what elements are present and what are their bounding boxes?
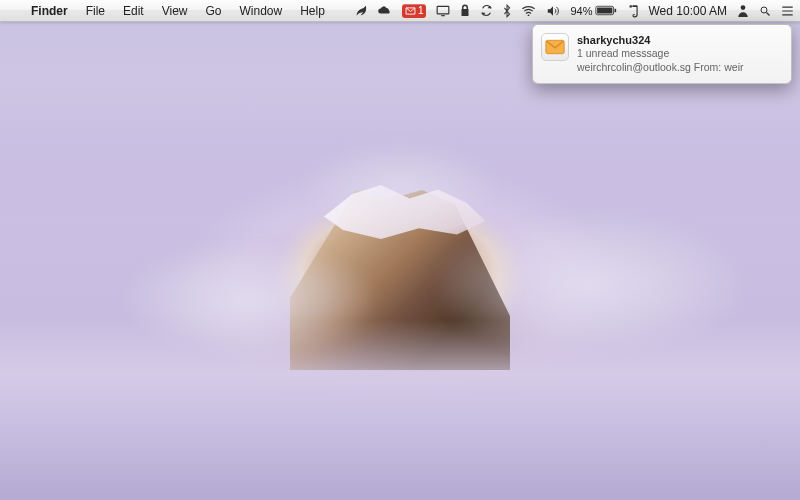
menu-edit[interactable]: Edit <box>114 0 153 22</box>
battery-percent: 94% <box>570 0 592 22</box>
lock-icon[interactable] <box>460 4 470 17</box>
notification-center-icon[interactable] <box>781 5 794 17</box>
menu-go[interactable]: Go <box>197 0 231 22</box>
svg-point-5 <box>741 5 746 10</box>
svg-rect-4 <box>597 8 612 14</box>
display-icon[interactable] <box>436 5 450 17</box>
wifi-icon[interactable] <box>521 5 536 16</box>
svg-point-1 <box>528 14 530 16</box>
notification-subtitle: 1 unread messsage <box>577 47 781 61</box>
battery-status[interactable]: 94% <box>570 0 616 22</box>
notification-banner[interactable]: sharkychu324 1 unread messsage weirchrco… <box>532 24 792 84</box>
bluetooth-icon[interactable] <box>503 4 511 18</box>
menu-file[interactable]: File <box>77 0 114 22</box>
sync-icon[interactable] <box>480 4 493 17</box>
user-icon[interactable] <box>737 4 749 17</box>
cloud-icon[interactable] <box>377 5 392 17</box>
notification-body: sharkychu324 1 unread messsage weirchrco… <box>577 33 781 75</box>
clock[interactable]: Wed 10:00 AM <box>649 0 728 22</box>
mail-count: 1 <box>418 0 424 22</box>
spotlight-icon[interactable] <box>759 5 771 17</box>
notification-app-icon <box>541 33 569 61</box>
menu-window[interactable]: Window <box>231 0 292 22</box>
menu-bar-right: 1 94% Wed 10:00 AM <box>354 0 800 22</box>
leaf-icon[interactable] <box>354 4 367 17</box>
menu-view[interactable]: View <box>153 0 197 22</box>
menu-help[interactable]: Help <box>291 0 334 22</box>
mail-status[interactable]: 1 <box>402 4 427 18</box>
evernote-icon[interactable] <box>627 4 639 18</box>
notification-detail: weirchrcolin@outlook.sg From: weir <box>577 61 781 75</box>
wallpaper-clouds <box>300 140 500 230</box>
svg-rect-0 <box>438 6 450 14</box>
menu-bar-left: Finder File Edit View Go Window Help <box>0 0 334 22</box>
menu-bar: Finder File Edit View Go Window Help 1 <box>0 0 800 22</box>
wallpaper-clouds <box>0 320 800 500</box>
notification-title: sharkychu324 <box>577 33 781 47</box>
volume-icon[interactable] <box>546 5 560 17</box>
svg-point-6 <box>761 7 767 13</box>
svg-rect-3 <box>614 9 616 12</box>
app-menu[interactable]: Finder <box>22 0 77 22</box>
